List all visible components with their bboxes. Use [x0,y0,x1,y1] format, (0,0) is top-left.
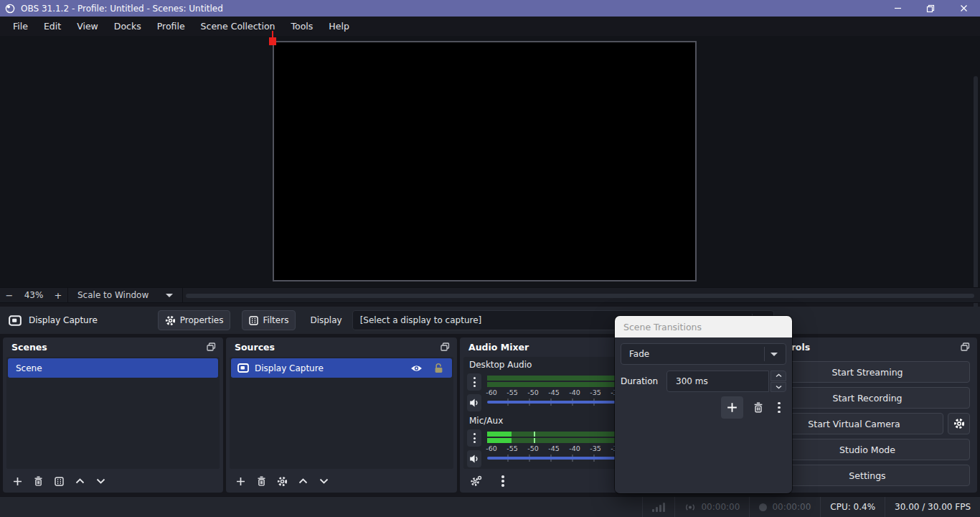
mixer-menu-kebab-icon[interactable] [495,473,511,489]
spin-down-button[interactable] [771,382,786,393]
transition-select[interactable]: Fade [621,343,786,365]
preview-canvas[interactable] [273,41,697,281]
move-scene-up-button[interactable] [72,473,88,489]
filters-button[interactable]: Filters [242,310,296,330]
menu-profile[interactable]: Profile [149,17,193,35]
sources-list: Display Capture [230,357,453,469]
settings-button[interactable]: Settings [765,465,970,486]
signal-bars-icon [652,502,665,512]
scale-mode-value: Scale to Window [77,290,149,300]
cpu-text: CPU: 0.4% [830,502,875,512]
popout-icon[interactable] [440,343,450,351]
minimize-button[interactable] [881,0,914,17]
divider [764,347,765,361]
restore-button[interactable] [914,0,947,17]
start-streaming-button[interactable]: Start Streaming [765,361,970,383]
menu-view[interactable]: View [69,17,106,35]
channel-menu-button[interactable] [467,373,481,391]
fps-indicator: 30.00 / 30.00 FPS [885,497,980,517]
preview-horizontal-scrollbar[interactable] [183,288,980,302]
remove-scene-button[interactable] [30,473,46,489]
scenes-toolbar [3,470,223,493]
window-title: OBS 31.1.2 - Profile: Untitled - Scenes:… [21,4,223,14]
transition-menu-kebab-icon[interactable] [773,400,785,416]
lock-open-icon[interactable] [434,363,443,373]
studio-mode-button[interactable]: Studio Mode [765,439,970,460]
spin-up-button[interactable] [771,371,786,381]
scenes-panel: Scenes Scene [3,337,223,493]
menu-edit[interactable]: Edit [36,17,69,35]
meter-tick-label: -55 [507,388,518,396]
start-recording-button[interactable]: Start Recording [765,387,970,409]
titlebar: OBS 31.1.2 - Profile: Untitled - Scenes:… [0,0,980,17]
scale-mode-select[interactable]: Scale to Window [68,288,182,302]
display-select-value: [Select a display to capture] [360,315,482,325]
remove-transition-button[interactable] [750,400,766,416]
scrollbar-handle[interactable] [186,294,974,298]
move-scene-down-button[interactable] [93,473,108,489]
duration-input[interactable] [666,371,769,392]
meter-tick-label: -50 [527,444,539,452]
speaker-icon [469,454,480,464]
channel-name: Mic/Aux [469,416,503,426]
cpu-usage: CPU: 0.4% [820,497,885,517]
properties-label: Properties [180,315,224,325]
mute-button[interactable] [467,450,481,467]
chevron-down-icon [166,294,173,297]
channel-menu-button[interactable] [467,429,481,447]
popout-icon[interactable] [207,343,216,351]
close-button[interactable] [947,0,980,17]
menu-tools[interactable]: Tools [283,17,321,35]
obs-logo-icon [5,4,15,14]
stream-status: 00:00:00 [674,497,749,517]
meter-tick-label: -40 [569,388,580,396]
scene-transitions-window: Scene Transitions Fade Duration [615,316,792,493]
scene-filters-button[interactable] [51,473,67,489]
window-controls [881,0,980,17]
source-toolbar: Display Capture Properties Filters Displ… [0,307,980,334]
connection-status [642,497,674,517]
mute-button[interactable] [467,394,481,411]
add-scene-button[interactable] [9,473,25,489]
zoom-in-button[interactable]: + [49,290,67,301]
properties-button[interactable]: Properties [158,310,231,330]
kebab-icon [473,433,476,443]
move-source-up-button[interactable] [295,473,311,489]
add-transition-button[interactable] [721,396,743,419]
transitions-actions [621,396,786,419]
gear-icon [165,315,176,326]
handle-stem [272,31,273,37]
menu-scene-collection[interactable]: Scene Collection [193,17,283,35]
meter-tick-label: -35 [590,444,601,452]
virtual-camera-row: Start Virtual Camera [765,413,970,434]
advanced-audio-properties-icon[interactable] [468,473,484,489]
kebab-icon [473,377,476,387]
handle-box [269,37,276,45]
preview-vertical-scrollbar[interactable] [974,76,978,319]
scenes-panel-header: Scenes [3,337,223,356]
scenes-title: Scenes [11,342,47,353]
zoom-out-button[interactable]: − [0,290,19,301]
meter-tick-label: -45 [548,388,560,396]
add-source-button[interactable] [232,473,248,489]
broadcast-icon [684,503,696,512]
display-capture-icon [9,315,22,326]
record-icon [759,503,767,511]
menu-help[interactable]: Help [321,17,357,35]
menu-file[interactable]: File [5,17,36,35]
virtual-camera-settings-button[interactable] [948,413,970,434]
source-list-item[interactable]: Display Capture [231,358,452,378]
scene-list-item[interactable]: Scene [8,358,218,378]
visibility-eye-icon[interactable] [410,364,423,373]
zoom-level: 43% [19,290,49,300]
source-properties-gear-icon[interactable] [274,473,290,489]
remove-source-button[interactable] [253,473,269,489]
move-source-down-button[interactable] [316,473,331,489]
transitions-titlebar[interactable]: Scene Transitions [615,316,792,337]
duration-row: Duration [621,371,786,392]
menu-docks[interactable]: Docks [106,17,149,35]
popout-icon[interactable] [961,343,970,351]
scenes-list: Scene [6,357,220,469]
minimize-icon [894,4,902,12]
meter-tick-label: -50 [527,388,539,396]
